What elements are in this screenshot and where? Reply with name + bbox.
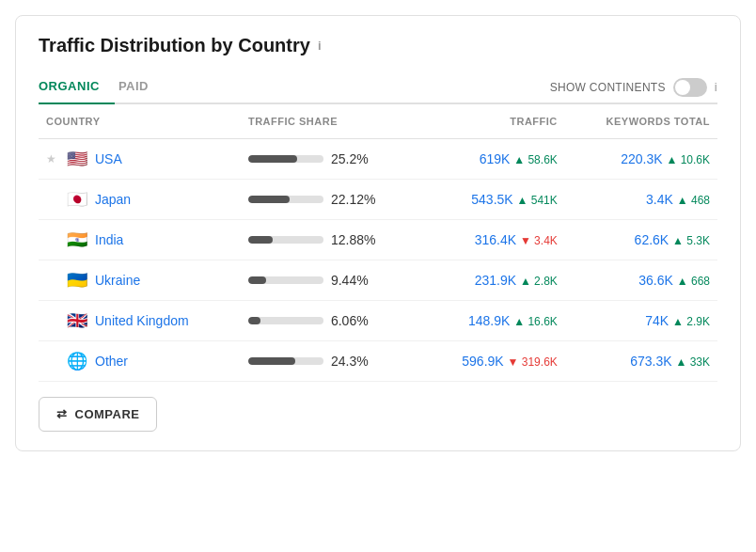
keywords-cell-5: 673.3K ▲ 33K bbox=[565, 341, 717, 382]
traffic-value: 148.9K bbox=[468, 313, 510, 328]
show-continents-label: SHOW CONTINENTS bbox=[550, 81, 666, 94]
keywords-value: 3.4K bbox=[646, 192, 673, 207]
traffic-pct: 12.88% bbox=[331, 232, 375, 247]
bar-fill bbox=[248, 276, 266, 284]
bar-fill bbox=[248, 357, 295, 365]
keywords-value: 36.6K bbox=[638, 273, 673, 288]
country-cell-2: 🇮🇳 India bbox=[39, 220, 241, 260]
traffic-value: 231.9K bbox=[475, 273, 516, 288]
country-cell-3: 🇺🇦 Ukraine bbox=[39, 260, 241, 301]
traffic-pct: 22.12% bbox=[331, 192, 375, 207]
country-table: COUNTRY TRAFFIC SHARE TRAFFIC KEYWORDS T… bbox=[39, 104, 717, 382]
keywords-cell-2: 62.6K ▲ 5.3K bbox=[565, 220, 717, 260]
compare-button[interactable]: ⇄ COMPARE bbox=[39, 397, 157, 432]
country-name[interactable]: Ukraine bbox=[95, 273, 140, 288]
traffic-pct: 6.06% bbox=[331, 313, 369, 328]
traffic-share-cell-2: 12.88% bbox=[241, 220, 423, 260]
keywords-value: 62.6K bbox=[635, 232, 669, 247]
traffic-cell-3: 231.9K ▲ 2.8K bbox=[423, 260, 565, 301]
keywords-change: ▲ 10.6K bbox=[666, 153, 710, 166]
flag-icon: 🌐 bbox=[67, 353, 87, 370]
country-name[interactable]: Other bbox=[95, 354, 128, 369]
keywords-change: ▲ 2.9K bbox=[672, 315, 710, 328]
col-header-traffic: TRAFFIC bbox=[423, 104, 565, 139]
traffic-change: ▲ 58.6K bbox=[513, 153, 558, 166]
tab-list: ORGANIC PAID bbox=[39, 71, 164, 103]
traffic-change: ▼ 319.6K bbox=[508, 355, 558, 369]
continents-toggle[interactable] bbox=[673, 78, 707, 97]
tabs-row: ORGANIC PAID SHOW CONTINENTS i bbox=[39, 71, 717, 104]
col-header-country: COUNTRY bbox=[39, 104, 241, 139]
keywords-cell-1: 3.4K ▲ 468 bbox=[565, 180, 717, 220]
bar-fill bbox=[248, 317, 260, 324]
table-row: 🌐 Other 24.3% 596.9K ▼ 319.6K 673.3K ▲ 3… bbox=[39, 341, 717, 382]
table-row: 🇯🇵 Japan 22.12% 543.5K ▲ 541K 3.4K ▲ 468 bbox=[39, 180, 717, 220]
table-row: 🇮🇳 India 12.88% 316.4K ▼ 3.4K 62.6K ▲ 5.… bbox=[39, 220, 717, 260]
flag-icon: 🇮🇳 bbox=[67, 231, 87, 248]
flag-icon: 🇺🇦 bbox=[67, 272, 87, 289]
rank-icon: ★ bbox=[46, 152, 59, 166]
col-header-keywords: KEYWORDS TOTAL bbox=[565, 104, 717, 139]
compare-label: COMPARE bbox=[75, 407, 140, 421]
continents-info-icon[interactable]: i bbox=[715, 80, 717, 94]
traffic-cell-0: 619K ▲ 58.6K bbox=[423, 139, 565, 180]
show-continents-control: SHOW CONTINENTS i bbox=[550, 78, 717, 97]
traffic-cell-4: 148.9K ▲ 16.6K bbox=[423, 301, 565, 341]
bar-background bbox=[248, 236, 323, 244]
traffic-cell-2: 316.4K ▼ 3.4K bbox=[423, 220, 565, 260]
keywords-value: 673.3K bbox=[630, 354, 671, 369]
bar-fill bbox=[248, 196, 290, 203]
bar-background bbox=[248, 155, 323, 163]
traffic-change: ▼ 3.4K bbox=[520, 234, 558, 247]
traffic-share-cell-1: 22.12% bbox=[241, 180, 423, 220]
bar-fill bbox=[248, 155, 297, 163]
country-name[interactable]: Japan bbox=[95, 192, 131, 207]
traffic-value: 543.5K bbox=[471, 192, 512, 207]
country-cell-4: 🇬🇧 United Kingdom bbox=[39, 301, 241, 341]
traffic-change: ▲ 541K bbox=[517, 194, 558, 207]
flag-icon: 🇬🇧 bbox=[67, 312, 87, 329]
traffic-share-cell-4: 6.06% bbox=[241, 301, 423, 341]
card-title-row: Traffic Distribution by Country i bbox=[39, 35, 717, 56]
bar-background bbox=[248, 276, 323, 284]
traffic-value: 316.4K bbox=[475, 232, 516, 247]
traffic-share-cell-0: 25.2% bbox=[241, 139, 423, 180]
bar-fill bbox=[248, 236, 273, 244]
traffic-pct: 25.2% bbox=[331, 151, 369, 166]
keywords-change: ▲ 468 bbox=[677, 194, 710, 207]
traffic-change: ▲ 16.6K bbox=[513, 315, 558, 328]
compare-icon: ⇄ bbox=[56, 407, 68, 421]
country-name[interactable]: India bbox=[95, 232, 123, 247]
keywords-change: ▲ 33K bbox=[675, 355, 710, 369]
flag-icon: 🇺🇸 bbox=[67, 150, 87, 167]
keywords-change: ▲ 668 bbox=[677, 275, 710, 288]
traffic-value: 596.9K bbox=[462, 354, 503, 369]
traffic-distribution-card: Traffic Distribution by Country i ORGANI… bbox=[15, 15, 741, 451]
bar-background bbox=[248, 357, 323, 365]
col-header-traffic-share: TRAFFIC SHARE bbox=[241, 104, 423, 139]
country-cell-1: 🇯🇵 Japan bbox=[39, 180, 241, 220]
card-info-icon[interactable]: i bbox=[318, 39, 322, 53]
country-name[interactable]: United Kingdom bbox=[95, 313, 189, 328]
traffic-change: ▲ 2.8K bbox=[520, 275, 558, 288]
table-row: 🇺🇦 Ukraine 9.44% 231.9K ▲ 2.8K 36.6K ▲ 6… bbox=[39, 260, 717, 301]
keywords-value: 220.3K bbox=[621, 151, 662, 166]
table-row: 🇬🇧 United Kingdom 6.06% 148.9K ▲ 16.6K 7… bbox=[39, 301, 717, 341]
flag-icon: 🇯🇵 bbox=[67, 191, 87, 208]
tab-organic[interactable]: ORGANIC bbox=[39, 71, 115, 104]
card-title: Traffic Distribution by Country bbox=[39, 35, 310, 56]
country-cell-5: 🌐 Other bbox=[39, 341, 241, 382]
keywords-cell-0: 220.3K ▲ 10.6K bbox=[565, 139, 717, 180]
bar-background bbox=[248, 196, 323, 203]
traffic-cell-1: 543.5K ▲ 541K bbox=[423, 180, 565, 220]
keywords-cell-4: 74K ▲ 2.9K bbox=[565, 301, 717, 341]
traffic-pct: 9.44% bbox=[331, 273, 369, 288]
bar-background bbox=[248, 317, 323, 324]
traffic-share-cell-5: 24.3% bbox=[241, 341, 423, 382]
tab-paid[interactable]: PAID bbox=[115, 71, 164, 104]
table-row: ★ 🇺🇸 USA 25.2% 619K ▲ 58.6K 220.3K ▲ 10.… bbox=[39, 139, 717, 180]
country-name[interactable]: USA bbox=[95, 151, 122, 166]
keywords-value: 74K bbox=[645, 313, 669, 328]
keywords-cell-3: 36.6K ▲ 668 bbox=[565, 260, 717, 301]
traffic-share-cell-3: 9.44% bbox=[241, 260, 423, 301]
